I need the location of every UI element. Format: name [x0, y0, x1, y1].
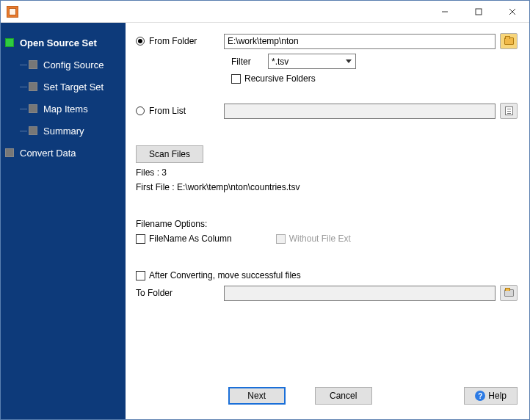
from-list-row: From List	[136, 103, 518, 119]
filter-value: *.tsv	[272, 57, 288, 67]
step-node-icon	[5, 148, 14, 157]
step-node-icon	[29, 60, 37, 69]
to-folder-label-col: To Folder	[136, 288, 224, 298]
filename-options-row: FileName As Column Without File Ext	[136, 233, 518, 244]
files-count-row: Files : 3	[136, 167, 518, 178]
from-list-radio[interactable]	[136, 106, 145, 115]
without-file-ext-label: Without File Ext	[289, 233, 351, 244]
first-file-row: First File : E:\work\temp\nton\countries…	[136, 182, 518, 192]
from-list-radio-group[interactable]: From List	[136, 106, 224, 116]
filter-select[interactable]: *.tsv	[268, 54, 356, 69]
sidebar-item-map-items[interactable]: Map Items	[1, 98, 126, 120]
sidebar-item-config-source[interactable]: Config Source	[1, 54, 126, 76]
tree-connector	[20, 65, 27, 65]
minimize-button[interactable]	[428, 1, 462, 22]
sidebar-item-convert-data[interactable]: Convert Data	[1, 142, 126, 164]
recursive-label: Recursive Folders	[244, 73, 316, 84]
without-file-ext-checkbox	[276, 234, 286, 244]
step-node-icon	[29, 126, 37, 135]
first-file-label: First File : E:\work\temp\nton\countries…	[136, 182, 300, 192]
svg-rect-1	[476, 9, 482, 15]
from-list-label: From List	[149, 106, 186, 116]
after-convert-checkbox[interactable]	[136, 271, 145, 280]
after-convert-label: After Converting, move successful files	[149, 270, 301, 280]
folder-icon	[504, 289, 514, 297]
app-window: Open Source Set Config Source Set Target…	[0, 0, 530, 420]
tree-connector	[20, 87, 27, 87]
scan-files-button[interactable]: Scan Files	[136, 145, 203, 163]
titlebar	[1, 1, 529, 23]
folder-icon	[504, 37, 514, 45]
recursive-checkbox[interactable]	[231, 74, 241, 84]
sidebar-item-open-source-set[interactable]: Open Source Set	[1, 32, 126, 54]
sidebar-item-label: Open Source Set	[20, 37, 97, 48]
to-folder-input	[224, 286, 495, 301]
window-controls	[428, 1, 529, 22]
after-convert-row: After Converting, move successful files	[136, 270, 518, 280]
maximize-button[interactable]	[462, 1, 495, 22]
from-folder-radio-group[interactable]: From Folder	[136, 36, 224, 46]
from-folder-radio[interactable]	[136, 37, 145, 46]
help-label: Help	[488, 391, 507, 401]
files-count-label: Files : 3	[136, 167, 167, 178]
app-icon	[7, 6, 18, 18]
filename-as-column-checkbox[interactable]	[136, 234, 145, 244]
body: Open Source Set Config Source Set Target…	[1, 23, 529, 419]
from-list-input	[224, 104, 495, 119]
scan-files-row: Scan Files	[136, 145, 518, 163]
next-button[interactable]: Next	[228, 387, 286, 405]
tree-connector	[20, 131, 27, 131]
help-button[interactable]: ? Help	[464, 387, 518, 405]
filename-options-label: Filename Options:	[136, 219, 207, 229]
help-icon: ?	[475, 391, 485, 401]
sidebar-item-label: Config Source	[43, 59, 104, 70]
main-panel: From Folder E:\work\temp\nton Filter *.t…	[126, 23, 529, 419]
filter-row: Filter *.tsv	[231, 54, 518, 69]
to-folder-row: To Folder	[136, 285, 518, 301]
step-node-icon	[29, 104, 37, 113]
browse-list-button[interactable]	[500, 103, 518, 119]
footer: Next Cancel ? Help	[136, 380, 518, 412]
sidebar-item-summary[interactable]: Summary	[1, 120, 126, 142]
wizard-sidebar: Open Source Set Config Source Set Target…	[1, 23, 126, 419]
list-icon	[505, 106, 513, 115]
filter-label: Filter	[231, 57, 268, 67]
step-node-icon	[5, 38, 14, 47]
browse-to-folder-button[interactable]	[500, 285, 518, 301]
sidebar-item-label: Convert Data	[20, 148, 76, 159]
filename-options-heading: Filename Options:	[136, 219, 518, 229]
to-folder-label: To Folder	[136, 288, 173, 298]
from-folder-label: From Folder	[149, 36, 197, 46]
recursive-row: Recursive Folders	[231, 73, 518, 84]
sidebar-item-label: Summary	[43, 126, 84, 137]
cancel-button[interactable]: Cancel	[315, 387, 372, 405]
filename-as-column-label: FileName As Column	[149, 233, 232, 244]
sidebar-item-label: Map Items	[43, 104, 88, 115]
tree-connector	[20, 109, 27, 109]
browse-folder-button[interactable]	[500, 33, 518, 49]
close-button[interactable]	[495, 1, 529, 22]
from-folder-row: From Folder E:\work\temp\nton	[136, 33, 518, 49]
from-folder-input[interactable]: E:\work\temp\nton	[224, 34, 495, 49]
sidebar-item-label: Set Target Set	[43, 82, 104, 93]
step-node-icon	[29, 82, 37, 91]
sidebar-item-set-target-set[interactable]: Set Target Set	[1, 76, 126, 98]
